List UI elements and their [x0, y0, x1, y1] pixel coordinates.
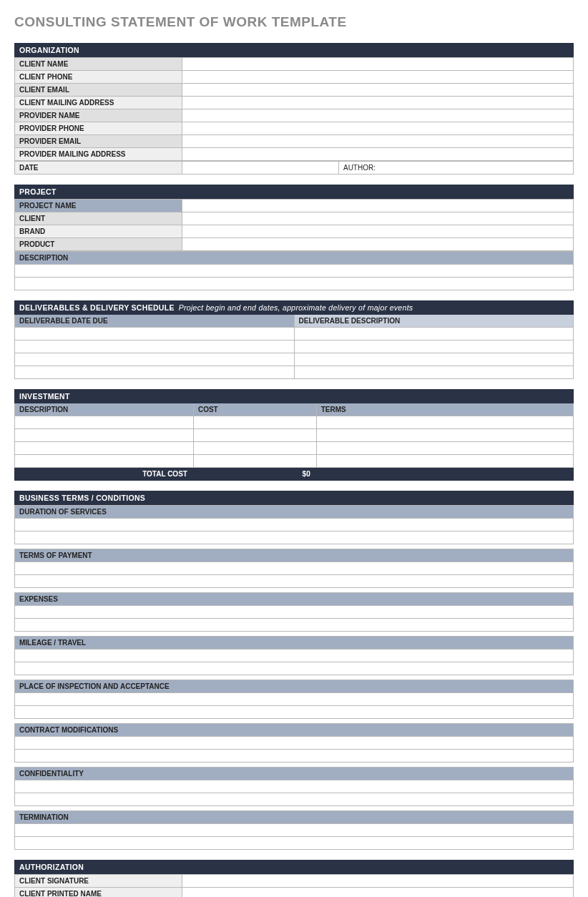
terms-item-cell[interactable]: [15, 531, 574, 544]
investment-cost-cell[interactable]: [193, 429, 316, 442]
investment-total-value: $0: [193, 468, 316, 481]
deliverable-date-cell[interactable]: [15, 353, 295, 366]
project-header: PROJECT: [15, 185, 574, 199]
investment-terms-cell[interactable]: [316, 442, 573, 455]
org-date-cell[interactable]: [182, 162, 339, 175]
auth-row-cell[interactable]: [182, 875, 574, 888]
terms-item-label: PLACE OF INSPECTION AND ACCEPTANCE: [15, 680, 574, 693]
terms-item-cell[interactable]: [15, 737, 574, 750]
project-row-cell[interactable]: [182, 238, 574, 251]
terms-item-cell[interactable]: [15, 650, 574, 662]
investment-total-label: TOTAL COST: [15, 468, 194, 481]
authorization-header: AUTHORIZATION: [15, 861, 574, 874]
org-row-label: PROVIDER NAME: [15, 109, 182, 122]
deliverable-date-cell[interactable]: [15, 366, 295, 379]
investment-col1: DESCRIPTION: [15, 403, 194, 416]
org-row-cell[interactable]: [182, 148, 574, 161]
terms-item-cell[interactable]: [15, 693, 574, 706]
org-row-cell[interactable]: [182, 58, 574, 71]
terms-item-cell[interactable]: [15, 837, 574, 850]
investment-desc-cell[interactable]: [15, 442, 194, 455]
terms-item-cell[interactable]: [15, 780, 574, 793]
deliverable-desc-cell[interactable]: [294, 328, 574, 340]
terms-item-label: TERMINATION: [15, 811, 574, 824]
terms-item-label: DURATION OF SERVICES: [15, 506, 574, 519]
investment-desc-cell[interactable]: [15, 416, 194, 429]
investment-cost-cell[interactable]: [193, 416, 316, 429]
project-row-label: CLIENT: [15, 212, 182, 225]
terms-item-cell[interactable]: [15, 619, 574, 632]
deliverables-col1: DELIVERABLE DATE DUE: [15, 315, 295, 328]
deliverables-header-sub: Project begin and end dates, approximate…: [179, 303, 413, 312]
project-row-label: BRAND: [15, 225, 182, 238]
authorization-section: AUTHORIZATION CLIENT SIGNATURE CLIENT PR…: [14, 860, 574, 897]
terms-item-cell[interactable]: [15, 606, 574, 619]
terms-item-cell[interactable]: [15, 662, 574, 675]
project-row-cell[interactable]: [182, 200, 574, 212]
deliverables-col2: DELIVERABLE DESCRIPTION: [294, 315, 574, 328]
terms-item-label: EXPENSES: [15, 593, 574, 606]
org-row-label: PROVIDER MAILING ADDRESS: [15, 148, 182, 161]
terms-item-label: CONTRACT MODIFICATIONS: [15, 724, 574, 737]
deliverables-section: DELIVERABLES & DELIVERY SCHEDULEProject …: [14, 300, 574, 379]
investment-total-terms: [316, 468, 573, 481]
project-section: PROJECT PROJECT NAME CLIENT BRAND PRODUC…: [14, 185, 574, 290]
deliverables-header-text: DELIVERABLES & DELIVERY SCHEDULE: [19, 303, 175, 312]
investment-col2: COST: [193, 403, 316, 416]
investment-terms-cell[interactable]: [316, 455, 573, 468]
deliverable-date-cell[interactable]: [15, 328, 295, 340]
org-row-cell[interactable]: [182, 109, 574, 122]
investment-terms-cell[interactable]: [316, 429, 573, 442]
deliverable-desc-cell[interactable]: [294, 340, 574, 353]
terms-item-cell[interactable]: [15, 575, 574, 588]
org-row-cell[interactable]: [182, 135, 574, 148]
project-description-cell[interactable]: [15, 265, 574, 278]
investment-cost-cell[interactable]: [193, 455, 316, 468]
org-author-cell[interactable]: AUTHOR:: [338, 162, 573, 175]
deliverable-date-cell[interactable]: [15, 340, 295, 353]
project-description-label: DESCRIPTION: [15, 252, 574, 265]
auth-row-label: CLIENT SIGNATURE: [15, 875, 182, 888]
investment-col3: TERMS: [316, 403, 573, 416]
investment-desc-cell[interactable]: [15, 429, 194, 442]
investment-terms-cell[interactable]: [316, 416, 573, 429]
terms-item-label: CONFIDENTIALITY: [15, 768, 574, 780]
org-row-label: PROVIDER PHONE: [15, 122, 182, 135]
investment-desc-cell[interactable]: [15, 455, 194, 468]
project-row-label: PRODUCT: [15, 238, 182, 251]
org-row-label: PROVIDER EMAIL: [15, 135, 182, 148]
organization-header: ORGANIZATION: [15, 44, 574, 57]
auth-row-cell[interactable]: [182, 888, 574, 898]
deliverable-desc-cell[interactable]: [294, 353, 574, 366]
org-row-label: CLIENT EMAIL: [15, 84, 182, 97]
project-row-cell[interactable]: [182, 212, 574, 225]
organization-section: ORGANIZATION CLIENT NAME CLIENT PHONE CL…: [14, 43, 574, 175]
terms-section: BUSINESS TERMS / CONDITIONS DURATION OF …: [14, 491, 574, 850]
terms-item-cell[interactable]: [15, 519, 574, 531]
investment-header: INVESTMENT: [15, 390, 574, 403]
investment-cost-cell[interactable]: [193, 442, 316, 455]
org-row-cell[interactable]: [182, 97, 574, 109]
terms-item-cell[interactable]: [15, 750, 574, 763]
page-title: CONSULTING STATEMENT OF WORK TEMPLATE: [14, 14, 574, 30]
terms-header: BUSINESS TERMS / CONDITIONS: [15, 491, 574, 505]
deliverable-desc-cell[interactable]: [294, 366, 574, 379]
terms-item-cell[interactable]: [15, 706, 574, 719]
project-row-cell[interactable]: [182, 225, 574, 238]
terms-item-label: TERMS OF PAYMENT: [15, 549, 574, 562]
org-row-label: CLIENT PHONE: [15, 71, 182, 84]
terms-item-cell[interactable]: [15, 562, 574, 575]
project-row-label: PROJECT NAME: [15, 200, 182, 212]
terms-item-cell[interactable]: [15, 824, 574, 837]
terms-item-cell[interactable]: [15, 793, 574, 806]
org-row-cell[interactable]: [182, 122, 574, 135]
org-row-label: CLIENT NAME: [15, 58, 182, 71]
org-row-cell[interactable]: [182, 71, 574, 84]
org-date-label: DATE: [15, 162, 182, 175]
org-row-label: CLIENT MAILING ADDRESS: [15, 97, 182, 109]
org-row-cell[interactable]: [182, 84, 574, 97]
auth-row-label: CLIENT PRINTED NAME: [15, 888, 182, 898]
project-description-cell[interactable]: [15, 278, 574, 290]
investment-section: INVESTMENT DESCRIPTION COST TERMS TOTAL …: [14, 389, 574, 481]
deliverables-header: DELIVERABLES & DELIVERY SCHEDULEProject …: [15, 301, 574, 315]
